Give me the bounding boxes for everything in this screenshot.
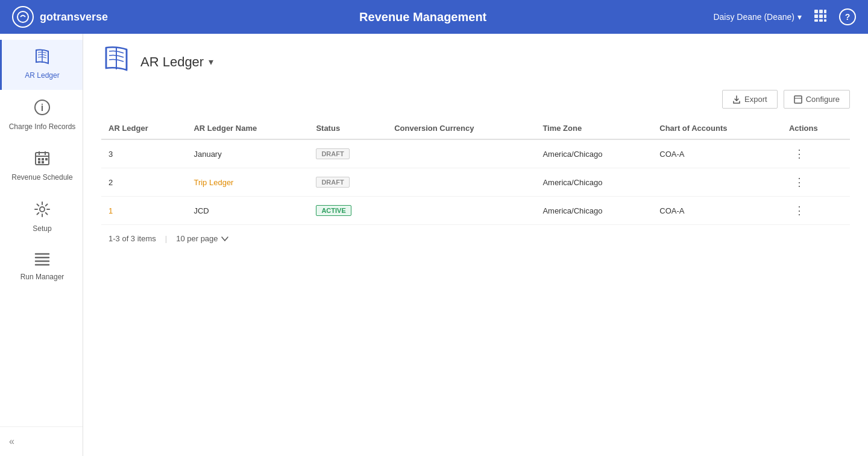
ledger-id: 3: [108, 150, 113, 159]
cell-chart-of-accounts: [652, 168, 782, 197]
cell-name: January: [186, 139, 309, 168]
cell-actions: ⋮: [782, 197, 850, 225]
table-row: 2 Trip Ledger DRAFT America/Chicago ⋮: [101, 168, 850, 197]
cell-id: 3: [101, 139, 186, 168]
ar-ledger-table: AR Ledger AR Ledger Name Status Conversi…: [101, 118, 850, 225]
sidebar-collapse-button[interactable]: «: [0, 426, 83, 456]
svg-rect-26: [794, 96, 802, 103]
svg-rect-6: [824, 14, 826, 18]
revenue-schedule-icon: [34, 150, 51, 169]
main-content: AR Ledger ▾ Export Configure: [83, 34, 868, 456]
app-header: gotransverse Revenue Management Daisy De…: [0, 0, 868, 34]
table-row: 3 January DRAFT America/Chicago COA-A ⋮: [101, 139, 850, 168]
per-page-selector[interactable]: 10 per page: [176, 234, 228, 243]
sidebar-label-ar-ledger: AR Ledger: [25, 71, 59, 81]
per-page-label: 10 per page: [176, 234, 218, 243]
configure-label: Configure: [806, 95, 840, 104]
cell-conversion-currency: [387, 139, 535, 168]
cell-time-zone: America/Chicago: [535, 168, 652, 197]
ledger-name-link[interactable]: Trip Ledger: [193, 178, 233, 187]
ledger-name: January: [193, 150, 221, 159]
export-label: Export: [744, 95, 767, 104]
cell-name: JCD: [186, 197, 309, 225]
help-icon[interactable]: ?: [839, 8, 856, 25]
ledger-id: 2: [108, 178, 113, 187]
cell-actions: ⋮: [782, 168, 850, 197]
svg-point-21: [40, 207, 45, 212]
status-badge: ACTIVE: [316, 205, 351, 216]
table-header-row: AR Ledger AR Ledger Name Status Conversi…: [101, 118, 850, 139]
ledger-name: JCD: [193, 206, 209, 215]
user-dropdown-icon: ▾: [797, 12, 802, 22]
action-menu-button[interactable]: ⋮: [789, 174, 810, 191]
collapse-icon: «: [9, 436, 14, 447]
export-button[interactable]: Export: [722, 90, 778, 109]
cell-status: DRAFT: [309, 168, 387, 197]
col-time-zone: Time Zone: [535, 118, 652, 139]
col-ar-ledger: AR Ledger: [101, 118, 186, 139]
svg-rect-16: [38, 158, 40, 160]
col-chart-of-accounts: Chart of Accounts: [652, 118, 782, 139]
svg-rect-7: [814, 19, 818, 22]
header-title: Revenue Management: [133, 10, 713, 24]
svg-rect-4: [814, 14, 818, 18]
svg-rect-18: [38, 161, 40, 163]
col-status: Status: [309, 118, 387, 139]
header-right: Daisy Deane (Deane) ▾ ?: [713, 8, 856, 25]
cell-time-zone: America/Chicago: [535, 197, 652, 225]
cell-id: 1: [101, 197, 186, 225]
sidebar-item-ar-ledger[interactable]: AR Ledger: [0, 40, 83, 90]
sidebar-item-revenue-schedule[interactable]: Revenue Schedule: [0, 141, 83, 192]
cell-time-zone: America/Chicago: [535, 139, 652, 168]
setup-icon: [34, 201, 51, 221]
pagination-separator: |: [165, 234, 167, 243]
cell-actions: ⋮: [782, 139, 850, 168]
svg-point-0: [17, 11, 28, 22]
svg-rect-1: [814, 10, 818, 13]
cell-status: DRAFT: [309, 139, 387, 168]
cell-conversion-currency: [387, 197, 535, 225]
svg-text:i: i: [41, 103, 43, 113]
cell-name: Trip Ledger: [186, 168, 309, 197]
run-manager-icon: [34, 252, 51, 269]
svg-rect-9: [824, 19, 826, 22]
svg-rect-17: [42, 158, 44, 160]
table-row: 1 JCD ACTIVE America/Chicago COA-A ⋮: [101, 197, 850, 225]
logo-icon: [12, 6, 34, 28]
col-actions: Actions: [782, 118, 850, 139]
sidebar-label-setup: Setup: [33, 224, 51, 234]
apps-icon[interactable]: [814, 9, 827, 25]
sidebar-item-setup[interactable]: Setup: [0, 192, 83, 243]
sidebar-item-charge-info-records[interactable]: i Charge Info Records: [0, 90, 83, 141]
page-title: AR Ledger: [140, 54, 204, 70]
ar-ledger-icon: [33, 49, 51, 68]
action-menu-button[interactable]: ⋮: [789, 145, 810, 162]
user-menu[interactable]: Daisy Deane (Deane) ▾: [713, 12, 802, 22]
per-page-dropdown-icon: [221, 236, 228, 241]
sidebar-label-revenue-schedule: Revenue Schedule: [11, 173, 72, 183]
configure-button[interactable]: Configure: [784, 90, 850, 109]
status-badge: DRAFT: [316, 177, 349, 188]
action-menu-button[interactable]: ⋮: [789, 202, 810, 219]
cell-chart-of-accounts: COA-A: [652, 197, 782, 225]
page-title-dropdown[interactable]: ▾: [209, 56, 213, 68]
page-title-text: AR Ledger ▾: [140, 54, 213, 70]
svg-rect-5: [819, 14, 823, 18]
cell-id: 2: [101, 168, 186, 197]
svg-rect-2: [819, 10, 823, 13]
sidebar-label-run-manager: Run Manager: [20, 273, 64, 282]
ledger-id-link[interactable]: 1: [108, 206, 113, 215]
sidebar: AR Ledger i Charge Info Records: [0, 34, 83, 456]
logo: gotransverse: [12, 6, 133, 28]
sidebar-item-run-manager[interactable]: Run Manager: [0, 242, 83, 291]
cell-chart-of-accounts: COA-A: [652, 139, 782, 168]
sidebar-label-charge-info: Charge Info Records: [9, 122, 76, 132]
pagination-summary: 1-3 of 3 items: [108, 234, 156, 243]
pagination: 1-3 of 3 items | 10 per page: [101, 225, 850, 252]
col-ar-ledger-name: AR Ledger Name: [186, 118, 309, 139]
cell-status: ACTIVE: [309, 197, 387, 225]
status-badge: DRAFT: [316, 148, 349, 159]
col-conversion-currency: Conversion Currency: [387, 118, 535, 139]
svg-rect-19: [42, 161, 44, 163]
main-layout: AR Ledger i Charge Info Records: [0, 34, 868, 456]
